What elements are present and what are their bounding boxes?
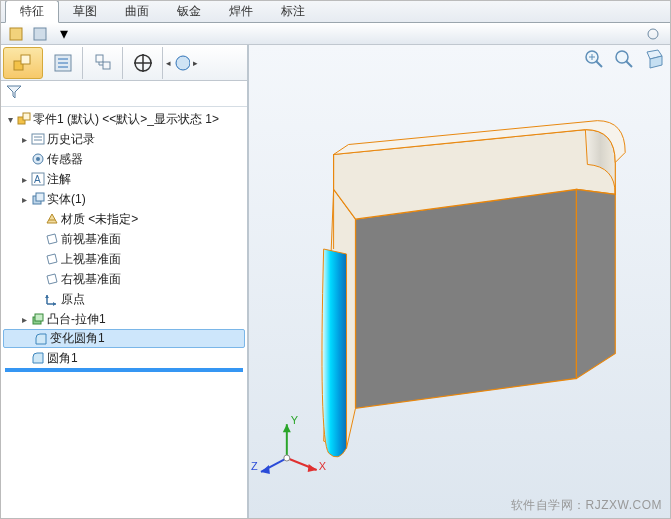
- tree-item[interactable]: 圆角1: [1, 348, 247, 368]
- svg-rect-10: [103, 62, 110, 69]
- svg-point-16: [176, 56, 190, 70]
- tree-item-label: 右视基准面: [61, 271, 121, 288]
- tree-item[interactable]: 右视基准面: [1, 269, 247, 289]
- tree-item[interactable]: 原点: [1, 289, 247, 309]
- annotation-icon: A: [29, 172, 47, 186]
- solid-body-icon: [29, 192, 47, 206]
- svg-marker-32: [53, 302, 56, 306]
- plane-icon: [43, 272, 61, 286]
- tree-item[interactable]: 传感器: [1, 149, 247, 169]
- fillet-icon: [29, 351, 47, 365]
- tree-item-label: 注解: [47, 171, 71, 188]
- svg-rect-27: [36, 193, 44, 201]
- svg-marker-44: [283, 424, 291, 432]
- expander-icon[interactable]: ▸: [19, 194, 29, 205]
- svg-rect-19: [32, 134, 44, 144]
- tree-filter-row: [1, 81, 247, 107]
- expander-icon[interactable]: ▸: [19, 134, 29, 145]
- plane-icon: [43, 252, 61, 266]
- plane-icon: [43, 232, 61, 246]
- tree-item[interactable]: 材质 <未指定>: [1, 209, 247, 229]
- svg-marker-46: [308, 464, 317, 472]
- tab-surface[interactable]: 曲面: [111, 1, 163, 22]
- svg-rect-0: [10, 28, 22, 40]
- tree-item[interactable]: ▸凸台-拉伸1: [1, 309, 247, 329]
- tree-item[interactable]: 上视基准面: [1, 249, 247, 269]
- toolbar-dropdown-icon[interactable]: ▾: [53, 25, 75, 43]
- feature-tree[interactable]: ▾ 零件1 (默认) <<默认>_显示状态 1> ▸历史记录传感器▸A注解▸实体…: [1, 107, 247, 518]
- tree-item[interactable]: ▸实体(1): [1, 189, 247, 209]
- tab-sketch[interactable]: 草图: [59, 1, 111, 22]
- toolbar-icon-right[interactable]: [642, 25, 664, 43]
- tab-sheetmetal[interactable]: 钣金: [163, 1, 215, 22]
- toolbar-icon-1[interactable]: [5, 25, 27, 43]
- tree-root[interactable]: ▾ 零件1 (默认) <<默认>_显示状态 1>: [1, 109, 247, 129]
- panel-tab-dimxpert[interactable]: [123, 47, 163, 79]
- funnel-icon[interactable]: [5, 83, 23, 105]
- viewport-3d[interactable]: Y X Z 软件自学网：RJZXW.COM: [249, 45, 670, 518]
- svg-marker-48: [261, 465, 270, 474]
- origin-icon: [43, 292, 61, 306]
- tree-item-label: 材质 <未指定>: [61, 211, 138, 228]
- tab-feature[interactable]: 特征: [5, 0, 59, 23]
- feature-manager-panel: ◂ ▸ ▾ 零件1 (默认) <<默认>_显示状态 1> ▸历史记录传感器▸A注…: [1, 45, 249, 518]
- svg-point-23: [36, 157, 40, 161]
- tree-item-label: 凸台-拉伸1: [47, 311, 106, 328]
- fillet-icon: [32, 332, 50, 346]
- panel-toolbar: ▾: [1, 23, 670, 45]
- material-icon: [43, 212, 61, 226]
- tree-item-label: 传感器: [47, 151, 83, 168]
- expander-icon[interactable]: ▾: [5, 114, 15, 125]
- ribbon-tab-bar: 特征 草图 曲面 钣金 焊件 标注: [1, 1, 670, 23]
- extrude-icon: [29, 312, 47, 326]
- svg-rect-34: [35, 314, 43, 321]
- panel-tab-feature-tree[interactable]: [3, 47, 43, 79]
- panel-tab-property[interactable]: [43, 47, 83, 79]
- history-icon: [29, 132, 47, 146]
- tree-item[interactable]: 前视基准面: [1, 229, 247, 249]
- tree-item[interactable]: ▸历史记录: [1, 129, 247, 149]
- toolbar-icon-2[interactable]: [29, 25, 51, 43]
- watermark: 软件自学网：RJZXW.COM: [511, 497, 663, 514]
- tree-item-label: 上视基准面: [61, 251, 121, 268]
- tree-item-label: 变化圆角1: [50, 330, 105, 347]
- axis-z-label: Z: [251, 460, 258, 472]
- panel-tab-config[interactable]: [83, 47, 123, 79]
- tree-item-label: 圆角1: [47, 350, 78, 367]
- expander-icon[interactable]: ▸: [19, 314, 29, 325]
- svg-text:A: A: [34, 174, 41, 185]
- tab-weldment[interactable]: 焊件: [215, 1, 267, 22]
- panel-tab-more[interactable]: ◂ ▸: [163, 47, 201, 79]
- axis-x-label: X: [319, 460, 327, 472]
- svg-point-49: [284, 455, 290, 461]
- tree-item-label: 实体(1): [47, 191, 86, 208]
- tree-item-label: 前视基准面: [61, 231, 121, 248]
- svg-marker-31: [45, 295, 49, 298]
- svg-rect-1: [34, 28, 46, 40]
- tree-item[interactable]: 变化圆角1: [3, 329, 245, 348]
- tab-annotate[interactable]: 标注: [267, 1, 319, 22]
- expander-icon[interactable]: ▸: [19, 174, 29, 185]
- model-render: Y X Z: [249, 45, 670, 518]
- axis-y-label: Y: [291, 414, 299, 426]
- tree-item-label: 历史记录: [47, 131, 95, 148]
- sensor-icon: [29, 152, 47, 166]
- tree-root-label: 零件1 (默认) <<默认>_显示状态 1>: [33, 111, 219, 128]
- tree-item[interactable]: ▸A注解: [1, 169, 247, 189]
- svg-rect-9: [96, 55, 103, 62]
- svg-rect-4: [21, 55, 30, 64]
- svg-point-2: [648, 29, 658, 39]
- panel-tab-strip: ◂ ▸: [1, 45, 247, 81]
- tree-item-label: 原点: [61, 291, 85, 308]
- svg-rect-18: [23, 113, 30, 120]
- part-icon: [15, 111, 33, 127]
- rollback-bar[interactable]: [5, 368, 243, 372]
